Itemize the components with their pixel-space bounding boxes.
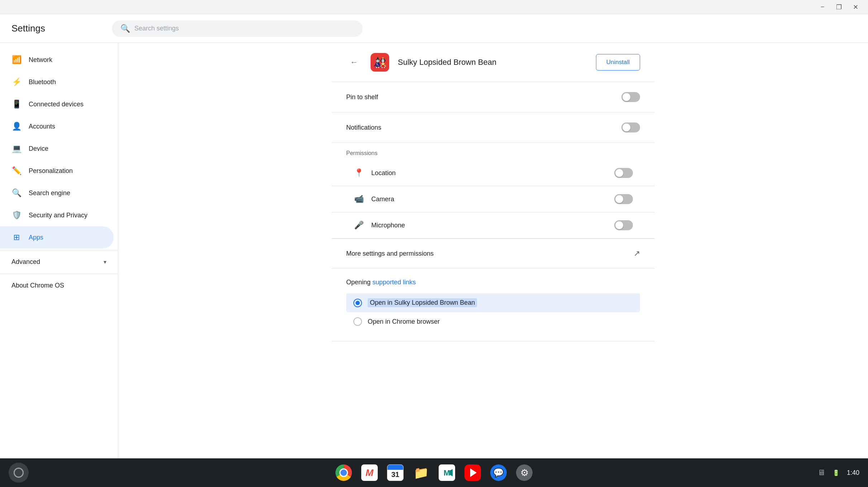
sidebar-divider-2	[0, 274, 118, 274]
wifi-icon: 📶	[11, 55, 22, 64]
sidebar-item-network[interactable]: 📶 Network	[0, 49, 114, 71]
location-permission-row: 📍 Location	[332, 160, 654, 186]
radio-circle-unchecked	[353, 317, 362, 326]
sidebar-item-accounts[interactable]: 👤 Accounts	[0, 115, 114, 138]
battery-icon: 🔋	[833, 469, 840, 476]
app-name: Sulky Lopsided Brown Bean	[398, 58, 587, 67]
sidebar-item-bluetooth[interactable]: ⚡ Bluetooth	[0, 71, 114, 93]
sidebar-item-personalization[interactable]: ✏️ Personalization	[0, 160, 114, 182]
apps-icon: ⊞	[11, 233, 22, 242]
radio-option-open-in-chrome[interactable]: Open in Chrome browser	[346, 312, 640, 331]
files-icon: 📁	[413, 464, 429, 481]
taskbar-app-meet[interactable]: M	[436, 462, 458, 483]
notifications-label: Notifications	[346, 124, 381, 131]
toggle-slider	[614, 220, 633, 230]
pin-to-shelf-row: Pin to shelf	[332, 82, 654, 112]
launcher-icon	[14, 468, 24, 478]
sidebar-item-connected-devices[interactable]: 📱 Connected devices	[0, 93, 114, 115]
minimize-button[interactable]: −	[814, 0, 831, 14]
sidebar-item-about[interactable]: About Chrome OS	[0, 275, 114, 296]
search-input[interactable]	[134, 25, 354, 32]
taskbar-app-chrome[interactable]	[333, 462, 354, 483]
sidebar-item-label: Bluetooth	[29, 78, 56, 86]
sidebar-item-search-engine[interactable]: 🔍 Search engine	[0, 182, 114, 204]
bluetooth-icon: ⚡	[11, 77, 22, 87]
search-icon: 🔍	[11, 188, 22, 198]
shield-icon: 🛡️	[11, 211, 22, 220]
sidebar-item-label: Search engine	[29, 189, 70, 197]
camera-icon: 📹	[353, 194, 364, 204]
location-icon: 📍	[353, 168, 364, 178]
sidebar-item-label: Accounts	[29, 123, 55, 130]
taskbar-app-youtube[interactable]	[462, 462, 483, 483]
sidebar: 📶 Network ⚡ Bluetooth 📱 Connected device…	[0, 43, 118, 458]
taskbar-app-messages[interactable]: 💬	[488, 462, 509, 483]
page-title: Settings	[11, 23, 69, 34]
sidebar-item-device[interactable]: 💻 Device	[0, 138, 114, 160]
sidebar-item-advanced[interactable]: Advanced ▾	[0, 252, 118, 272]
radio-option-open-in-app[interactable]: Open in Sulky Lopsided Brown Bean	[346, 293, 640, 312]
sidebar-item-security-privacy[interactable]: 🛡️ Security and Privacy	[0, 204, 114, 226]
camera-toggle[interactable]	[614, 194, 633, 204]
search-icon: 🔍	[120, 24, 130, 33]
camera-label: Camera	[371, 196, 394, 203]
camera-permission-row: 📹 Camera	[332, 186, 654, 212]
settings-gear-icon: ⚙	[516, 464, 533, 481]
maximize-button[interactable]: ❐	[831, 0, 847, 14]
youtube-icon	[464, 464, 481, 481]
content-panel: ← 🎎 Sulky Lopsided Brown Bean Uninstall …	[332, 43, 654, 341]
taskbar-app-files[interactable]: 📁	[410, 462, 432, 483]
taskbar-app-calendar[interactable]: 31	[385, 462, 406, 483]
sidebar-item-label: Apps	[29, 234, 43, 241]
back-button[interactable]: ←	[346, 54, 362, 70]
more-settings-row[interactable]: More settings and permissions ↗	[332, 239, 654, 269]
taskbar-apps: M 31 📁 M 💬	[333, 462, 535, 483]
youtube-play-icon	[470, 468, 477, 477]
app-container: Settings 🔍 📶 Network ⚡ Bluetooth 📱 Conne…	[0, 14, 868, 458]
sidebar-item-label: Personalization	[29, 167, 73, 175]
pin-to-shelf-toggle[interactable]	[621, 92, 640, 102]
taskbar-app-settings[interactable]: ⚙	[514, 462, 535, 483]
launcher-button[interactable]	[9, 463, 29, 483]
notifications-toggle[interactable]	[621, 122, 640, 132]
app-header-row: ← 🎎 Sulky Lopsided Brown Bean Uninstall	[332, 43, 654, 82]
permissions-block: Permissions 📍 Location 📹	[332, 143, 654, 239]
close-button[interactable]: ✕	[847, 0, 864, 14]
taskbar-right: 🖥 🔋 1:40	[817, 468, 859, 477]
radio-label-chrome: Open in Chrome browser	[368, 318, 440, 326]
person-icon: 👤	[11, 122, 22, 131]
search-bar: 🔍	[112, 20, 363, 37]
screen-icon: 🖥	[817, 468, 825, 477]
sidebar-item-apps[interactable]: ⊞ Apps	[0, 226, 114, 249]
radio-circle-checked	[353, 299, 362, 307]
opening-label: Opening supported links	[346, 279, 640, 286]
app-icon: 🎎	[371, 53, 389, 72]
external-link-icon: ↗	[634, 249, 640, 258]
opening-section: Opening supported links Open in Sulky Lo…	[332, 269, 654, 341]
body-split: 📶 Network ⚡ Bluetooth 📱 Connected device…	[0, 43, 868, 458]
location-toggle[interactable]	[614, 168, 633, 178]
microphone-toggle[interactable]	[614, 220, 633, 230]
sidebar-item-label: About Chrome OS	[11, 282, 64, 289]
sidebar-divider	[0, 250, 118, 250]
header: Settings 🔍	[0, 14, 868, 43]
taskbar-time: 1:40	[847, 469, 859, 477]
opening-text: Opening	[346, 279, 371, 286]
main-content: ← 🎎 Sulky Lopsided Brown Bean Uninstall …	[118, 43, 868, 458]
meet-icon: M	[439, 464, 455, 481]
chrome-icon	[335, 464, 352, 481]
devices-icon: 📱	[11, 100, 22, 109]
svg-text:M: M	[444, 468, 450, 477]
supported-links-link[interactable]: supported links	[372, 279, 416, 286]
sidebar-item-label: Advanced	[11, 258, 40, 266]
permissions-section-label: Permissions	[332, 143, 654, 160]
calendar-header	[387, 465, 403, 470]
radio-label-app: Open in Sulky Lopsided Brown Bean	[368, 298, 477, 307]
microphone-label: Microphone	[371, 222, 405, 229]
taskbar-app-gmail[interactable]: M	[359, 462, 380, 483]
permission-left: 🎤 Microphone	[353, 221, 405, 230]
toggle-slider	[621, 92, 640, 102]
uninstall-button[interactable]: Uninstall	[596, 54, 640, 71]
brush-icon: ✏️	[11, 166, 22, 175]
sidebar-item-label: Network	[29, 56, 52, 64]
